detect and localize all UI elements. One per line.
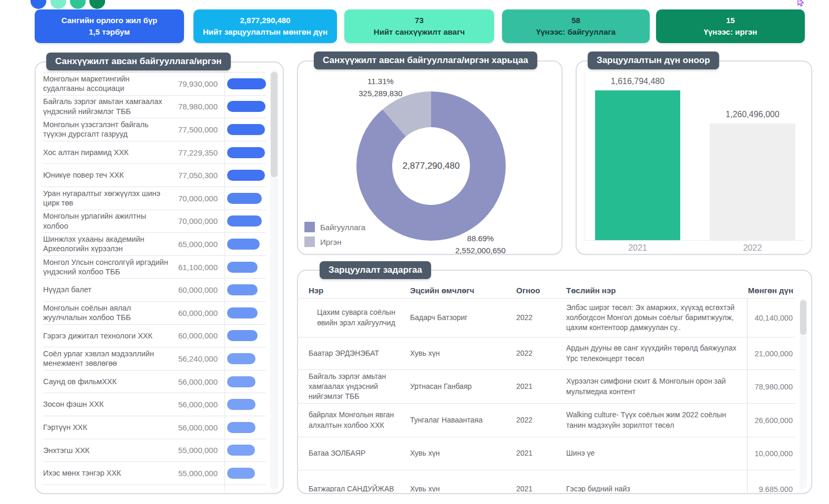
year-bar-2022[interactable] <box>710 124 795 240</box>
funded-list-scrollbar-thumb[interactable] <box>271 72 278 177</box>
cell-name: Байгаль зэрлэг амьтан хамгаалах үндэсний… <box>309 372 410 402</box>
header-dot-dark-green-icon[interactable] <box>89 0 105 9</box>
kpi-card-1[interactable]: Сангийн орлого жил бүр1,5 тэрбум <box>35 9 184 43</box>
funded-list-item[interactable]: Монголын маркетингийн судалгааны ассоциа… <box>43 73 266 96</box>
funded-list-item[interactable]: Ихэс мөнх тэнгэр ХХК55,000,000 <box>43 462 266 485</box>
kpi-caption: Нийт зарцуулалтын мөнгөн дүн <box>203 26 327 38</box>
kpi-caption: 1,5 тэрбум <box>89 26 130 38</box>
table-row[interactable]: Байгаль зэрлэг амьтан хамгаалах үндэсний… <box>298 369 795 403</box>
year-axis-label: 2021 <box>580 243 695 253</box>
cell-project: Хүрээлэн симфони сюит & Монголын орон за… <box>566 376 747 397</box>
org-name: Нүүдэл балет <box>43 285 175 295</box>
header-dot-mint-icon[interactable] <box>50 0 66 9</box>
cell-name: Батаа ЗОЛБАЯР <box>309 448 410 458</box>
header-dot-green-icon[interactable] <box>70 0 86 9</box>
cell-year: 2022 <box>516 415 566 425</box>
kpi-card-5[interactable]: 15Үүнээс: иргэн <box>656 9 805 43</box>
table-scrollbar-thumb[interactable] <box>800 300 806 335</box>
kpi-caption: Үүнээс: иргэн <box>704 26 758 38</box>
table-scrollbar <box>800 299 807 489</box>
header-dot-blue-icon[interactable] <box>30 0 46 9</box>
funded-list-scrollbar <box>270 70 278 490</box>
funded-panel: Монголын маркетингийн судалгааны ассоциа… <box>35 61 284 494</box>
funded-list-item[interactable]: Байгаль зэрлэг амьтан хамгаалах үндэсний… <box>43 96 266 119</box>
funding-bar <box>227 468 255 479</box>
table-panel: Нэр Эцсийн өмчлөгч Огноо Төслийн нэр Мөн… <box>297 270 812 494</box>
bar-cell <box>224 393 266 416</box>
cell-year: 2022 <box>516 313 566 323</box>
funded-list-item[interactable]: Саунд ов фильмХХК56,000,000 <box>43 371 266 394</box>
legend-swatch-icon <box>304 222 315 232</box>
funding-bar <box>227 330 258 341</box>
kpi-card-3[interactable]: 73Нийт санхүүжилт авагч <box>344 9 494 43</box>
cell-owner: Хувь хүн <box>410 484 516 492</box>
org-name: Уран нугаралтыг хөгжүүлэх шинэ цирк төв <box>43 189 175 208</box>
cell-project: Ардын дууны өв санг хүүхдийн төрөлд баяж… <box>566 343 747 364</box>
table-row[interactable]: Баатар ЭРДЭНЭБАТХувь хүн2022Ардын дууны … <box>298 337 795 369</box>
funded-list-item[interactable]: Нүүдэл балет60,000,000 <box>43 279 266 302</box>
bar-cell <box>224 371 266 393</box>
dashboard: Сангийн орлого жил бүр1,5 тэрбум2,877,29… <box>0 0 829 504</box>
year-bar-2021[interactable] <box>595 90 680 240</box>
funded-list-item[interactable]: Монгол Улсын сонсголгүй иргэдийн үндэсни… <box>43 256 266 279</box>
funding-bar <box>227 170 265 181</box>
org-name: Ихэс мөнх тэнгэр ХХК <box>43 468 175 478</box>
table-row[interactable]: байрлах Монголын явган алхалтын холбоо Х… <box>298 403 795 437</box>
kpi-value: 2,877,290,480 <box>240 15 291 27</box>
bar-cell <box>224 347 266 370</box>
table-panel-title: Зарцуулалт задаргаа <box>320 261 431 279</box>
funding-bar <box>227 101 265 112</box>
funded-list-item[interactable]: Шинжлэх ухааны академийн Археологийн хүр… <box>43 233 266 256</box>
funding-bar <box>227 262 258 273</box>
kpi-caption: Үүнээс: байгууллага <box>536 26 616 38</box>
funding-bar <box>227 376 255 387</box>
bar-cell <box>224 96 266 118</box>
table-row[interactable]: Батжаргал САНДУЙЖАВХувь хүн2021Гэсэр бид… <box>298 470 795 492</box>
kpi-card-2[interactable]: 2,877,290,480Нийт зарцуулалтын мөнгөн дү… <box>193 9 337 43</box>
cell-project: Элбэс ширэг төсөл: Эх амаржих, хүүхэд өс… <box>566 303 747 333</box>
funding-bar <box>227 124 265 135</box>
funded-list-item[interactable]: Гэртүүн ХХК56,000,000 <box>43 416 266 439</box>
org-amount: 78,980,000 <box>175 102 224 111</box>
table-row[interactable]: Батаа ЗОЛБАЯРХувь хүн2021Шинэ үе10,000,0… <box>298 437 795 470</box>
bar-cell <box>224 118 266 141</box>
org-name: Монголын үзэсгэлэнт байгаль түүхэн дурсг… <box>43 120 175 139</box>
org-amount: 60,000,000 <box>175 331 224 340</box>
funded-list-item[interactable]: Энхтэгш ХХК55,000,000 <box>43 439 266 462</box>
funded-list-item[interactable]: Монголын үзэсгэлэнт байгаль түүхэн дурсг… <box>43 118 266 141</box>
org-name: Саунд ов фильмХХК <box>43 377 175 387</box>
kpi-value: Сангийн орлого жил бүр <box>62 15 157 27</box>
bar-cell <box>224 462 266 485</box>
bar-cell <box>224 187 266 210</box>
org-name: Энхтэгш ХХК <box>43 446 175 456</box>
funded-list-item[interactable]: Уран нугаралтыг хөгжүүлэх шинэ цирк төв7… <box>43 187 266 210</box>
legend-item-irgen[interactable]: Иргэн <box>304 236 342 247</box>
donut-chart[interactable]: 2,877,290,480 <box>356 91 506 241</box>
funded-list-item[interactable]: Монголын урлагийн ажилтны холбоо70,000,0… <box>43 210 266 233</box>
org-amount: 77,500,000 <box>175 125 224 134</box>
org-amount: 65,000,000 <box>175 240 224 249</box>
funded-list-item[interactable]: Юникүе повер теч ХХК77,050,300 <box>43 164 266 187</box>
funding-bar <box>227 422 255 433</box>
cell-year: 2021 <box>516 448 566 458</box>
org-amount: 56,240,000 <box>175 354 224 363</box>
cell-amount: 9,685,000 <box>747 470 795 492</box>
funded-list-item[interactable]: Зосон фэшн ХХК56,000,000 <box>43 393 266 416</box>
funding-bar <box>227 399 255 410</box>
org-name: Хос алтан пирамид ХХК <box>43 148 175 158</box>
col-header-amount: Мөнгөн дүн <box>748 286 797 295</box>
cursor-icon[interactable] <box>796 0 805 9</box>
cell-owner: Хувь хүн <box>410 448 516 458</box>
legend-item-baiguullaga[interactable]: Байгууллага <box>304 222 365 232</box>
cell-year: 2022 <box>516 348 566 358</box>
table-row[interactable]: Цахим суварга соёлын өвийн эрэл хайгуулч… <box>298 298 795 337</box>
bar-cell <box>224 233 266 255</box>
funded-list-item[interactable]: Хос алтан пирамид ХХК77,229,350 <box>43 141 266 164</box>
funded-list-item[interactable]: Соёл урлаг хэвлэл мэдээллийн менежмент з… <box>43 347 266 371</box>
year-bar-value: 1,616,794,480 <box>580 77 695 86</box>
funded-list-item[interactable]: Монголын соёлын аялал жуулчлалын холбоо … <box>43 302 266 325</box>
cell-project: Walking culture- Түүх соёлын жим 2022 со… <box>566 410 747 430</box>
kpi-card-4[interactable]: 58Үүнээс: байгууллага <box>502 9 650 43</box>
org-amount: 60,000,000 <box>175 308 224 317</box>
funded-list-item[interactable]: Гэрэгэ дижитал технологи ХХК60,000,000 <box>43 325 266 348</box>
